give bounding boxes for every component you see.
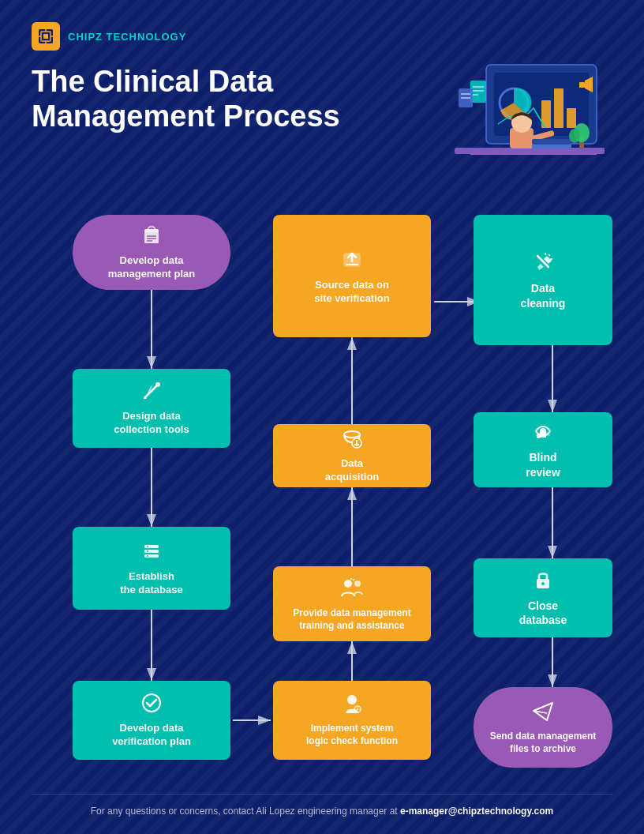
footer-text: For any questions or concerns, contact A… — [91, 806, 400, 817]
develop-verification-icon — [140, 692, 163, 717]
box-establish-db: Establishthe database — [73, 527, 230, 610]
svg-rect-52 — [144, 545, 159, 548]
send-archive-icon — [531, 699, 555, 726]
title-block: The Clinical Data Management Process — [32, 65, 447, 133]
svg-rect-44 — [144, 232, 159, 243]
svg-rect-23 — [579, 82, 585, 88]
svg-rect-13 — [455, 148, 605, 154]
svg-rect-2 — [43, 34, 48, 39]
svg-point-58 — [143, 694, 160, 712]
box-blind-review: Blindreview — [474, 412, 612, 487]
svg-point-21 — [569, 129, 580, 143]
svg-rect-11 — [567, 108, 576, 128]
main-title: The Clinical Data Management Process — [32, 65, 347, 133]
svg-rect-18 — [532, 139, 571, 145]
box-data-cleaning: Datacleaning — [474, 215, 612, 345]
brand-name: CHIPZ TECHNOLOGY — [68, 31, 186, 43]
blind-review-label: Blindreview — [526, 450, 560, 479]
data-acquisition-label: Dataacquisition — [325, 457, 380, 484]
svg-line-69 — [353, 579, 354, 580]
box-develop-plan: Develop datamanagement plan — [73, 215, 230, 290]
illustration — [447, 57, 612, 183]
implement-logic-icon — [341, 693, 363, 718]
data-cleaning-icon — [531, 250, 555, 276]
box-source-data: Source data onsite verification — [273, 215, 431, 337]
develop-verification-label: Develop dataverification plan — [112, 722, 191, 749]
close-database-icon — [532, 569, 554, 594]
flowchart: Develop datamanagement plan Design datac… — [32, 199, 612, 768]
title-illustration: The Clinical Data Management Process — [32, 65, 612, 183]
provide-training-icon — [340, 576, 364, 603]
source-data-icon — [340, 247, 364, 274]
source-data-label: Source data onsite verification — [314, 279, 389, 306]
data-cleaning-label: Datacleaning — [521, 281, 566, 310]
svg-rect-79 — [537, 434, 540, 438]
develop-plan-icon — [140, 224, 163, 250]
svg-rect-10 — [554, 88, 564, 128]
establish-db-label: Establishthe database — [120, 570, 182, 597]
svg-point-67 — [354, 580, 361, 587]
design-tools-label: Design datacollection tools — [114, 410, 189, 437]
svg-point-81 — [541, 582, 545, 585]
develop-plan-label: Develop datamanagement plan — [108, 254, 196, 281]
page: CHIPZ TECHNOLOGY The Clinical Data Manag… — [0, 0, 644, 834]
close-database-label: Closedatabase — [519, 599, 567, 627]
footer: For any questions or concerns, contact A… — [32, 794, 612, 817]
box-develop-verification: Develop dataverification plan — [73, 681, 230, 760]
svg-point-70 — [347, 695, 357, 704]
box-close-database: Closedatabase — [474, 558, 612, 637]
box-data-acquisition: Dataacquisition — [273, 424, 431, 487]
logo-icon — [32, 22, 60, 51]
svg-point-61 — [344, 431, 360, 438]
header: CHIPZ TECHNOLOGY — [32, 22, 612, 51]
send-archive-label: Send data managementfiles to archive — [490, 731, 597, 755]
blind-review-icon — [532, 420, 554, 445]
establish-db-icon — [140, 540, 163, 565]
provide-training-label: Provide data managementtraining and assi… — [293, 607, 410, 632]
svg-point-66 — [344, 580, 352, 588]
box-send-archive: Send data managementfiles to archive — [474, 687, 612, 768]
implement-logic-label: Implement systemlogic check function — [306, 723, 398, 747]
data-acquisition-icon — [341, 427, 363, 453]
box-design-tools: Design datacollection tools — [73, 369, 230, 448]
svg-line-76 — [549, 254, 550, 256]
design-tools-icon — [140, 380, 163, 405]
svg-rect-53 — [144, 550, 159, 553]
footer-email: e-manager@chipztechnology.com — [400, 806, 553, 817]
box-implement-logic: Implement systemlogic check function — [273, 681, 431, 760]
svg-point-50 — [155, 382, 160, 387]
box-provide-training: Provide data managementtraining and assi… — [273, 566, 431, 641]
svg-rect-54 — [144, 554, 159, 558]
